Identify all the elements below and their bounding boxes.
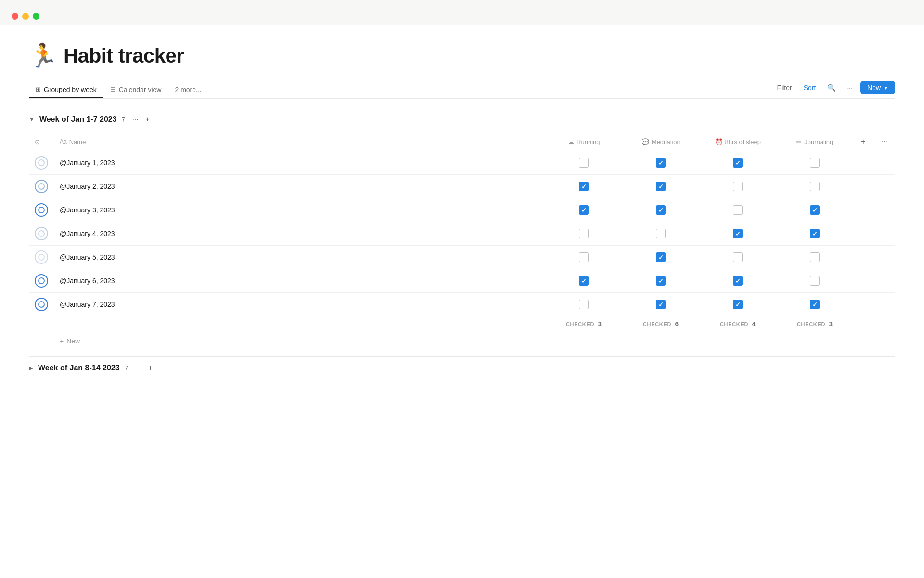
checkbox-running-2[interactable]	[579, 205, 589, 215]
sleep-icon: ⏰	[715, 138, 723, 145]
total-meditation-value: 6	[675, 320, 679, 328]
view-tabs: ⊞ Grouped by week ☰ Calendar view 2 more…	[29, 81, 895, 99]
checkbox-sleep-6[interactable]	[733, 300, 743, 309]
tab-grouped-by-week[interactable]: ⊞ Grouped by week	[29, 82, 103, 98]
more-columns-button[interactable]: ···	[879, 136, 889, 147]
checkbox-journaling-6[interactable]	[810, 300, 820, 309]
checkbox-journaling-3[interactable]	[810, 229, 820, 238]
checkbox-journaling-0[interactable]	[810, 158, 820, 168]
row-date-2: @January 3, 2023	[60, 206, 115, 214]
th-journaling: ✏ Journaling	[776, 132, 853, 151]
close-button[interactable]	[12, 13, 18, 20]
cell-journaling-6	[776, 293, 853, 316]
cell-meditation-4	[622, 246, 699, 269]
new-row-button[interactable]: + New	[54, 333, 86, 349]
plus-icon: +	[60, 337, 64, 345]
week2-more-button[interactable]: ···	[133, 363, 143, 373]
checkbox-journaling-4[interactable]	[810, 252, 820, 262]
week1-title: Week of Jan 1-7 2023	[39, 115, 117, 124]
checkbox-running-4[interactable]	[579, 252, 589, 262]
checkbox-journaling-5[interactable]	[810, 276, 820, 286]
week2-add-button[interactable]: +	[146, 363, 154, 373]
fullscreen-button[interactable]	[33, 13, 39, 20]
page-title-row: 🏃 Habit tracker	[29, 44, 895, 67]
row-more-1	[873, 175, 895, 198]
checkbox-meditation-0[interactable]	[656, 158, 666, 168]
th-icon: ⊙	[29, 132, 54, 151]
name-col-label: Name	[69, 138, 86, 145]
checkbox-sleep-5[interactable]	[733, 276, 743, 286]
search-button[interactable]: 🔍	[823, 82, 839, 93]
row-icon-cell-3	[29, 222, 54, 246]
filter-button[interactable]: Filter	[773, 82, 796, 93]
row-icon-cell-6	[29, 293, 54, 316]
total-meditation: CHECKED 6	[622, 316, 699, 332]
checkbox-running-5[interactable]	[579, 276, 589, 286]
row-icon-inner-2	[38, 207, 45, 213]
cell-journaling-1	[776, 175, 853, 198]
checkbox-meditation-4[interactable]	[656, 252, 666, 262]
checkbox-sleep-1[interactable]	[733, 182, 743, 191]
row-date-5: @January 6, 2023	[60, 277, 115, 285]
th-add-col[interactable]: +	[853, 132, 873, 151]
checkbox-sleep-3[interactable]	[733, 229, 743, 238]
checkbox-running-6[interactable]	[579, 300, 589, 309]
row-icon-cell-5	[29, 269, 54, 293]
sort-label: Sort	[804, 84, 816, 92]
totals-row: CHECKED 3 CHECKED 6 CHECKED 4 CHECKED 3	[29, 316, 895, 332]
add-column-button[interactable]: +	[859, 136, 867, 147]
row-more-0	[873, 151, 895, 175]
row-date-4: @January 5, 2023	[60, 253, 115, 261]
titlebar	[0, 0, 924, 25]
cell-sleep-2	[699, 198, 776, 222]
new-row-area: + New	[29, 331, 895, 356]
row-more-6	[873, 293, 895, 316]
th-more-col[interactable]: ···	[873, 132, 895, 151]
checkbox-sleep-4[interactable]	[733, 252, 743, 262]
tab-more[interactable]: 2 more...	[168, 82, 208, 98]
checkbox-running-1[interactable]	[579, 182, 589, 191]
minimize-button[interactable]	[22, 13, 29, 20]
cell-running-6	[545, 293, 622, 316]
tab-calendar-view[interactable]: ☰ Calendar view	[103, 82, 168, 98]
week1-more-button[interactable]: ···	[130, 114, 140, 125]
new-button[interactable]: New ▼	[860, 81, 895, 94]
row-name-cell-2: @January 3, 2023	[54, 198, 545, 222]
checkbox-journaling-1[interactable]	[810, 182, 820, 191]
cell-meditation-5	[622, 269, 699, 293]
checkbox-meditation-2[interactable]	[656, 205, 666, 215]
row-extra-1	[853, 175, 873, 198]
checkbox-meditation-5[interactable]	[656, 276, 666, 286]
more-icon: ···	[847, 84, 853, 92]
search-icon: 🔍	[827, 84, 835, 92]
week1-collapse-chevron[interactable]: ▼	[29, 116, 35, 123]
checkbox-sleep-0[interactable]	[733, 158, 743, 168]
sort-button[interactable]: Sort	[800, 82, 820, 93]
checkbox-running-0[interactable]	[579, 158, 589, 168]
th-meditation: 💬 Meditation	[622, 132, 699, 151]
row-icon-cell-0	[29, 151, 54, 175]
traffic-lights	[12, 13, 39, 20]
table-row: @January 1, 2023	[29, 151, 895, 175]
running-icon: ☁	[568, 138, 574, 145]
week1-add-button[interactable]: +	[143, 114, 152, 125]
new-label: New	[867, 84, 881, 92]
checkbox-meditation-6[interactable]	[656, 300, 666, 309]
more-options-button[interactable]: ···	[843, 82, 857, 93]
checkbox-journaling-2[interactable]	[810, 205, 820, 215]
row-extra-4	[853, 246, 873, 269]
habit-table: ⊙ Aa Name ☁ Running	[29, 132, 895, 331]
cell-sleep-6	[699, 293, 776, 316]
row-name-cell-1: @January 2, 2023	[54, 175, 545, 198]
row-more-4	[873, 246, 895, 269]
checkbox-meditation-3[interactable]	[656, 229, 666, 238]
checkbox-sleep-2[interactable]	[733, 205, 743, 215]
checkbox-meditation-1[interactable]	[656, 182, 666, 191]
row-name-cell-4: @January 5, 2023	[54, 246, 545, 269]
checkbox-running-3[interactable]	[579, 229, 589, 238]
week2-collapse-chevron[interactable]: ▶	[29, 365, 33, 371]
total-running: CHECKED 3	[545, 316, 622, 332]
row-icon-inner-5	[38, 277, 45, 284]
row-icon-inner-6	[38, 301, 45, 308]
cell-journaling-5	[776, 269, 853, 293]
